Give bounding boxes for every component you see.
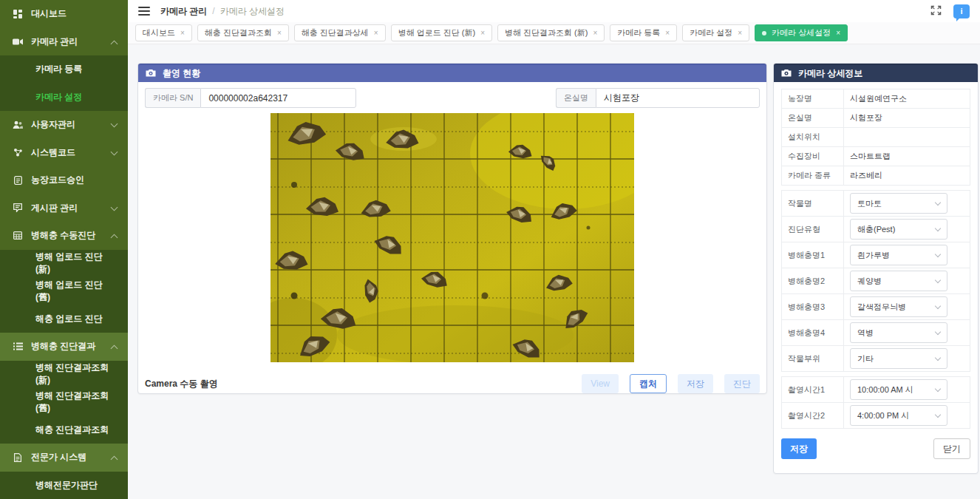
sidebar-item-label: 대시보드	[31, 7, 67, 20]
tab-close-icon[interactable]: ×	[277, 29, 282, 37]
greenhouse-input[interactable]: 시험포장	[596, 88, 760, 108]
sidebar-item-pest-upload[interactable]: 해충 업로드 진단	[0, 305, 128, 333]
info-label: 온실명	[782, 109, 844, 128]
info-value: 시설원예연구소	[844, 89, 970, 109]
select-value: 궤양병	[857, 276, 882, 287]
select-label: 병해충명1	[782, 242, 844, 268]
sidebar-item-label: 병해전문가판단	[35, 479, 98, 492]
tab-pest-result-detail[interactable]: 해충 진단결과상세 ×	[294, 24, 386, 41]
sidebar-item-label: 병해 업로드 진단 (新)	[35, 251, 118, 276]
camera-submenu: 카메라 등록 카메라 설정	[0, 55, 128, 111]
tab-dashboard[interactable]: 대시보드 ×	[135, 24, 192, 41]
info-chat-icon[interactable]: i	[953, 4, 970, 18]
tab-camera-detail-settings[interactable]: 카메라 상세설정 ×	[755, 24, 848, 41]
tab-close-icon[interactable]: ×	[480, 29, 485, 37]
sidebar: 대시보드 카메라 관리 카메라 등록 카메라 설정 사용자관리 시스템코드	[0, 0, 128, 499]
tab-close-icon[interactable]: ×	[374, 29, 378, 37]
tab-disease-upload-new[interactable]: 병해 업로드 진단 (新) ×	[391, 24, 492, 41]
chevron-down-icon	[111, 120, 118, 128]
sidebar-item-disease-upload-old[interactable]: 병해 업로드 진단 (舊)	[0, 277, 128, 305]
sidebar-item-label: 카메라 관리	[31, 35, 78, 48]
camera-sn-input[interactable]: 000000002a642317	[200, 88, 356, 108]
sidebar-item-pest-manual-diagnosis[interactable]: 병해충 수동진단	[0, 222, 128, 250]
sidebar-item-farm-code-approval[interactable]: 농장코드승인	[0, 166, 128, 194]
tab-close-icon[interactable]: ×	[665, 29, 670, 37]
breadcrumb-separator: /	[212, 6, 214, 16]
table-row: 병해충명2 궤양병	[782, 268, 970, 294]
tab-bar: 대시보드 × 해충 진단결과조회 × 해충 진단결과상세 × 병해 업로드 진단…	[128, 22, 980, 44]
diagnose-button[interactable]: 진단	[724, 374, 760, 393]
pest-name-1-select[interactable]: 흰가루병	[850, 245, 947, 265]
save-capture-button[interactable]: 저장	[678, 374, 713, 393]
chevron-down-icon	[935, 302, 941, 308]
pest-name-2-select[interactable]: 궤양병	[850, 271, 947, 291]
sticky-trap-photo	[270, 113, 634, 364]
sidebar-item-label: 게시판 관리	[31, 202, 78, 214]
pest-name-4-select[interactable]: 역병	[850, 322, 947, 343]
tab-camera-settings[interactable]: 카메라 설정 ×	[682, 24, 749, 41]
capture-time-table: 촬영시간1 10:00:00 AM 시 촬영시간2 4:00:00 PM 시	[781, 376, 970, 429]
sidebar-item-camera-register[interactable]: 카메라 등록	[0, 55, 128, 84]
table-row: 수집장비스마트트랩	[782, 147, 970, 166]
view-button[interactable]: View	[582, 374, 619, 393]
sidebar-item-dashboard[interactable]: 대시보드	[0, 0, 128, 28]
tab-label: 카메라 설정	[690, 27, 732, 38]
capture-panel-header: 촬영 현황	[138, 64, 766, 82]
capture-button[interactable]: 캡처	[630, 374, 667, 393]
chevron-up-icon	[111, 40, 118, 47]
sidebar-item-disease-result-new[interactable]: 병해 진단결과조회 (新)	[0, 361, 128, 389]
camera-icon	[146, 69, 156, 79]
tab-close-icon[interactable]: ×	[738, 29, 742, 37]
tab-camera-register[interactable]: 카메라 등록 ×	[610, 24, 677, 41]
sidebar-item-diagnosis-results[interactable]: 병해충 진단결과	[0, 333, 128, 361]
pest-name-3-select[interactable]: 갈색점무늬병	[850, 296, 947, 317]
tab-close-icon[interactable]: ×	[180, 29, 185, 37]
save-detail-button[interactable]: 저장	[781, 438, 817, 459]
diagnosis-type-select[interactable]: 해충(Pest)	[850, 219, 947, 240]
tab-disease-result-new[interactable]: 병해 진단결과조회 (新) ×	[497, 24, 605, 41]
close-button[interactable]: 닫기	[933, 438, 970, 459]
sidebar-item-disease-expert-judgment[interactable]: 병해전문가판단	[0, 472, 128, 499]
chevron-down-icon	[935, 251, 941, 257]
chevron-down-icon	[935, 354, 941, 360]
camera-icon	[781, 69, 792, 79]
tab-label: 해충 진단결과상세	[302, 27, 369, 38]
sidebar-item-pest-result[interactable]: 해충 진단결과조회	[0, 416, 128, 444]
content-area: 촬영 현황 카메라 S/N 000000002a642317 온실명 시험포장	[128, 44, 980, 499]
select-label: 병해충명4	[782, 320, 844, 346]
sidebar-item-expert-system[interactable]: 전문가 시스템	[0, 444, 128, 472]
capture-time-2-select[interactable]: 4:00:00 PM 시	[850, 405, 947, 426]
sidebar-item-label: 병해충 진단결과	[31, 340, 95, 353]
table-row: 농장명시설원예연구소	[782, 89, 970, 109]
select-label: 작물명	[782, 191, 844, 217]
table-row: 설치위치	[782, 128, 970, 147]
manual-diagnosis-submenu: 병해 업로드 진단 (新) 병해 업로드 진단 (舊) 해충 업로드 진단	[0, 250, 128, 333]
breadcrumb-parent[interactable]: 카메라 관리	[160, 5, 207, 18]
chevron-down-icon	[935, 225, 941, 231]
crop-part-select[interactable]: 기타	[850, 348, 947, 369]
tab-close-icon[interactable]: ×	[593, 29, 597, 37]
sidebar-item-board-management[interactable]: 게시판 관리	[0, 194, 128, 223]
select-label: 촬영시간1	[782, 377, 844, 403]
topbar: 카메라 관리 / 카메라 상세설정 i	[128, 0, 980, 22]
sidebar-item-label: 병해충 수동진단	[31, 229, 95, 242]
fullscreen-icon[interactable]	[930, 5, 942, 18]
diagnosis-results-submenu: 병해 진단결과조회 (新) 병해 진단결과조회 (舊) 해충 진단결과조회	[0, 361, 128, 444]
table-row: 병해충명3 갈색점무늬병	[782, 294, 970, 320]
tab-close-icon[interactable]: ×	[836, 29, 840, 37]
sidebar-item-system-code[interactable]: 시스템코드	[0, 139, 128, 167]
crop-name-select[interactable]: 토마토	[850, 193, 947, 214]
tab-pest-result-list[interactable]: 해충 진단결과조회 ×	[197, 24, 289, 41]
sidebar-item-camera-management[interactable]: 카메라 관리	[0, 28, 128, 56]
hamburger-menu-icon[interactable]	[138, 7, 150, 16]
select-label: 병해충명2	[782, 268, 844, 294]
sidebar-item-user-management[interactable]: 사용자관리	[0, 111, 128, 139]
capture-panel: 촬영 현황 카메라 S/N 000000002a642317 온실명 시험포장	[137, 63, 767, 394]
camera-settings-table: 작물명 토마토 진단유형 해충(Pest) 병해충명1 흰가루병 병해충명2 궤…	[781, 190, 970, 372]
sidebar-item-label: 카메라 설정	[35, 91, 82, 103]
sidebar-item-disease-result-old[interactable]: 병해 진단결과조회 (舊)	[0, 388, 128, 416]
sidebar-item-disease-upload-new[interactable]: 병해 업로드 진단 (新)	[0, 250, 128, 278]
capture-time-1-select[interactable]: 10:00:00 AM 시	[850, 379, 947, 400]
sidebar-item-camera-settings[interactable]: 카메라 설정	[0, 84, 128, 112]
table-row: 병해충명4 역병	[782, 320, 970, 346]
